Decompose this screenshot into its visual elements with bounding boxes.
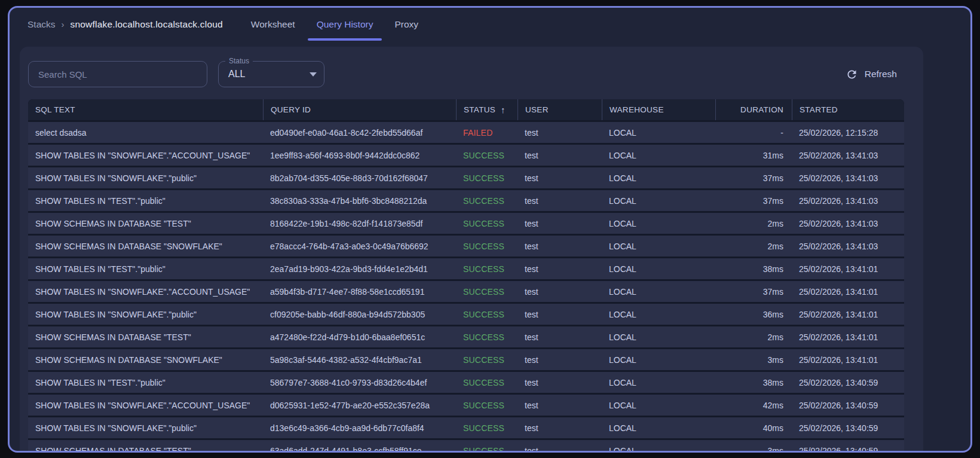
cell-sql-text: SHOW SCHEMAS IN DATABASE "TEST" bbox=[28, 440, 263, 453]
cell-user: test bbox=[517, 372, 602, 393]
table-row[interactable]: SHOW TABLES IN "SNOWFLAKE"."ACCOUNT_USAG… bbox=[28, 395, 904, 416]
table-row[interactable]: SHOW TABLES IN "SNOWFLAKE"."public" 8b2a… bbox=[28, 167, 904, 188]
status-badge: SUCCESS bbox=[456, 349, 517, 370]
cell-duration: 37ms bbox=[715, 167, 792, 188]
cell-started: 25/02/2026, 13:40:59 bbox=[792, 395, 904, 416]
status-badge: SUCCESS bbox=[456, 213, 517, 234]
cell-warehouse: LOCAL bbox=[602, 349, 715, 370]
status-badge: SUCCESS bbox=[456, 190, 517, 211]
table-row[interactable]: SHOW SCHEMAS IN DATABASE "TEST" a472480e… bbox=[28, 326, 904, 347]
status-badge: SUCCESS bbox=[456, 281, 517, 302]
cell-warehouse: LOCAL bbox=[602, 304, 715, 325]
cell-query-id: ed0490ef-e0a0-46a1-8c42-2febd55d66af bbox=[263, 122, 456, 143]
cell-sql-text: SHOW TABLES IN "SNOWFLAKE"."public" bbox=[28, 167, 263, 188]
breadcrumb-stacks-link[interactable]: Stacks bbox=[27, 19, 56, 30]
cell-user: test bbox=[517, 349, 602, 370]
status-badge: SUCCESS bbox=[456, 304, 517, 325]
cell-warehouse: LOCAL bbox=[602, 417, 715, 438]
cell-duration: 2ms bbox=[715, 326, 792, 347]
table-row[interactable]: SHOW TABLES IN "TEST"."public" 2ea7ad19-… bbox=[28, 258, 904, 279]
cell-sql-text: SHOW TABLES IN "SNOWFLAKE"."public" bbox=[28, 417, 263, 438]
cell-warehouse: LOCAL bbox=[602, 395, 715, 416]
cell-started: 25/02/2026, 13:41:01 bbox=[792, 258, 904, 279]
cell-started: 25/02/2026, 13:41:01 bbox=[792, 349, 904, 370]
cell-duration: 38ms bbox=[715, 372, 792, 393]
stack-window: Stacks › snowflake.localhost.localstack.… bbox=[8, 6, 972, 453]
table-row[interactable]: SHOW SCHEMAS IN DATABASE "SNOWFLAKE" e78… bbox=[28, 236, 904, 257]
cell-started: 25/02/2026, 13:41:03 bbox=[792, 213, 904, 234]
query-history-table: SQL TEXTQUERY IDSTATUS↑USERWAREHOUSEDURA… bbox=[28, 99, 904, 453]
cell-user: test bbox=[517, 236, 602, 257]
cell-query-id: 8168422e-19b1-498c-82df-f141873e85df bbox=[263, 213, 456, 234]
breadcrumb-current-stack: snowflake.localhost.localstack.cloud bbox=[71, 19, 223, 30]
cell-query-id: 63ad6add-247d-4491-b8e3-ccfb58ff91ce bbox=[263, 440, 456, 453]
column-header-sql-text[interactable]: SQL TEXT bbox=[28, 99, 263, 120]
cell-warehouse: LOCAL bbox=[602, 190, 715, 211]
cell-query-id: e78accc4-764b-47a3-a0e3-0c49a76b6692 bbox=[263, 236, 456, 257]
cell-sql-text: SHOW TABLES IN "SNOWFLAKE"."ACCOUNT_USAG… bbox=[28, 145, 263, 166]
table-row[interactable]: SHOW TABLES IN "TEST"."public" 586797e7-… bbox=[28, 372, 904, 393]
cell-duration: 37ms bbox=[715, 281, 792, 302]
cell-warehouse: LOCAL bbox=[602, 281, 715, 302]
table-row[interactable]: SHOW TABLES IN "TEST"."public" 38c830a3-… bbox=[28, 190, 904, 211]
column-header-started[interactable]: STARTED bbox=[792, 99, 904, 120]
cell-query-id: d0625931-1e52-477b-ae20-e552c357e28a bbox=[263, 395, 456, 416]
tab-worksheet[interactable]: Worksheet bbox=[242, 8, 304, 41]
cell-query-id: a59b4f3b-d717-4ee7-8f88-58e1ccd65191 bbox=[263, 281, 456, 302]
table-row[interactable]: SHOW SCHEMAS IN DATABASE "SNOWFLAKE" 5a9… bbox=[28, 349, 904, 370]
status-badge: SUCCESS bbox=[456, 417, 517, 438]
cell-warehouse: LOCAL bbox=[602, 326, 715, 347]
cell-started: 25/02/2026, 13:41:03 bbox=[792, 167, 904, 188]
cell-duration: 38ms bbox=[715, 258, 792, 279]
cell-warehouse: LOCAL bbox=[602, 122, 715, 143]
status-badge: SUCCESS bbox=[456, 258, 517, 279]
cell-sql-text: SHOW TABLES IN "TEST"."public" bbox=[28, 372, 263, 393]
column-header-duration[interactable]: DURATION bbox=[715, 99, 792, 120]
status-filter-select[interactable]: Status ALL bbox=[218, 61, 324, 87]
column-header-query-id[interactable]: QUERY ID bbox=[263, 99, 456, 120]
search-input[interactable] bbox=[28, 61, 207, 87]
chevron-down-icon bbox=[310, 72, 317, 77]
column-header-status[interactable]: STATUS↑ bbox=[456, 99, 517, 120]
tab-bar: WorksheetQuery HistoryProxy bbox=[242, 8, 427, 41]
cell-duration: 3ms bbox=[715, 440, 792, 453]
cell-query-id: 5a98c3af-5446-4382-a532-4f4cbf9ac7a1 bbox=[263, 349, 456, 370]
table-controls: Status ALL Refresh bbox=[28, 61, 923, 87]
query-history-panel: Status ALL Refresh SQL TEXTQUERY IDSTATU… bbox=[20, 47, 923, 453]
cell-user: test bbox=[517, 258, 602, 279]
cell-duration: 3ms bbox=[715, 349, 792, 370]
refresh-button[interactable]: Refresh bbox=[846, 68, 897, 81]
cell-query-id: 2ea7ad19-b903-422a-9bd3-fdd4e1e2b4d1 bbox=[263, 258, 456, 279]
cell-sql-text: SHOW SCHEMAS IN DATABASE "SNOWFLAKE" bbox=[28, 349, 263, 370]
status-badge: FAILED bbox=[456, 122, 517, 143]
status-filter-label: Status bbox=[225, 57, 253, 65]
refresh-button-label: Refresh bbox=[865, 69, 897, 80]
cell-warehouse: LOCAL bbox=[602, 213, 715, 234]
cell-user: test bbox=[517, 417, 602, 438]
column-header-warehouse[interactable]: WAREHOUSE bbox=[602, 99, 715, 120]
cell-sql-text: SHOW TABLES IN "SNOWFLAKE"."ACCOUNT_USAG… bbox=[28, 395, 263, 416]
cell-started: 25/02/2026, 13:40:59 bbox=[792, 440, 904, 453]
table-row[interactable]: SHOW TABLES IN "SNOWFLAKE"."public" d13e… bbox=[28, 417, 904, 438]
table-row[interactable]: SHOW TABLES IN "SNOWFLAKE"."public" cf09… bbox=[28, 304, 904, 325]
cell-sql-text: SHOW TABLES IN "TEST"."public" bbox=[28, 258, 263, 279]
cell-query-id: 38c830a3-333a-47b4-bbf6-3bc8488212da bbox=[263, 190, 456, 211]
cell-started: 25/02/2026, 13:40:59 bbox=[792, 417, 904, 438]
table-row[interactable]: SHOW SCHEMAS IN DATABASE "TEST" 8168422e… bbox=[28, 213, 904, 234]
cell-warehouse: LOCAL bbox=[602, 372, 715, 393]
cell-started: 25/02/2026, 13:41:03 bbox=[792, 190, 904, 211]
column-header-user[interactable]: USER bbox=[517, 99, 602, 120]
table-row[interactable]: SHOW TABLES IN "SNOWFLAKE"."ACCOUNT_USAG… bbox=[28, 281, 904, 302]
cell-warehouse: LOCAL bbox=[602, 167, 715, 188]
tab-proxy[interactable]: Proxy bbox=[385, 8, 427, 41]
table-body: select dsadsa ed0490ef-e0a0-46a1-8c42-2f… bbox=[28, 122, 904, 453]
tab-query-history[interactable]: Query History bbox=[308, 8, 382, 41]
table-row[interactable]: select dsadsa ed0490ef-e0a0-46a1-8c42-2f… bbox=[28, 122, 904, 143]
cell-sql-text: SHOW TABLES IN "SNOWFLAKE"."ACCOUNT_USAG… bbox=[28, 281, 263, 302]
cell-query-id: 586797e7-3688-41c0-9793-d83d26c4b4ef bbox=[263, 372, 456, 393]
top-navigation-bar: Stacks › snowflake.localhost.localstack.… bbox=[10, 8, 970, 41]
cell-started: 25/02/2026, 13:40:59 bbox=[792, 372, 904, 393]
cell-duration: 2ms bbox=[715, 213, 792, 234]
table-row[interactable]: SHOW SCHEMAS IN DATABASE "TEST" 63ad6add… bbox=[28, 440, 904, 453]
table-row[interactable]: SHOW TABLES IN "SNOWFLAKE"."ACCOUNT_USAG… bbox=[28, 145, 904, 166]
